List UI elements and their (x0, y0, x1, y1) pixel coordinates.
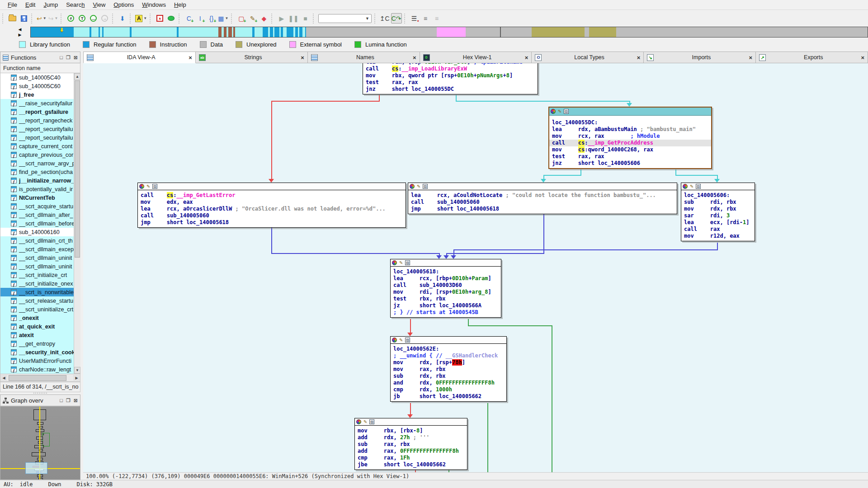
open-subview-icon[interactable]: ▨ (696, 184, 701, 189)
menu-file[interactable]: File (4, 0, 21, 9)
toolbar-group-handle[interactable] (130, 14, 132, 23)
function-list-item[interactable]: f__report_rangecheck (0, 116, 80, 125)
node-bottom[interactable]: ✎▨mov rbx, [rbx-8]add rdx, 27h ; '''sub … (354, 418, 467, 470)
tab-imports[interactable]: ↘Imports× (644, 52, 756, 63)
function-list-item[interactable]: f__scrt_dllmain_crt_th (0, 236, 80, 245)
function-list-item[interactable]: f__security_init_cook (0, 348, 80, 357)
tab-hex-view-1[interactable]: 0Hex View-1× (420, 52, 532, 63)
function-list-item[interactable]: f__report_gsfailure (0, 108, 80, 116)
function-name-column-header[interactable]: Function name (0, 63, 80, 73)
function-list-item[interactable]: f__scrt_dllmain_after_ (0, 211, 80, 219)
stop-icon[interactable]: ■ (300, 13, 311, 23)
lumina-icon[interactable] (166, 13, 176, 23)
graph-view[interactable]: ✎▨lea rdx, [rsp+0E10h+var_DC8] ; lpLibFi… (83, 63, 868, 472)
navband-left-arrow[interactable]: ◀ (16, 27, 24, 32)
color-wheel-icon[interactable] (356, 419, 361, 424)
function-list-item[interactable]: f__scrt_release_startu (0, 296, 80, 305)
function-list-item[interactable]: fat_quick_exit (0, 322, 80, 331)
trace-window-icon[interactable]: ☰• (409, 13, 420, 23)
function-list-item[interactable]: fatexit (0, 331, 80, 339)
color-wheel-icon[interactable] (392, 260, 397, 265)
function-list-item[interactable]: fj_free (0, 90, 80, 99)
edit-pencil-icon[interactable]: ✎ (399, 338, 403, 343)
toolbar-group-handle[interactable] (61, 14, 63, 23)
functions-vertical-scrollbar[interactable]: ▲ ▼ (74, 73, 80, 374)
functions-horizontal-scrollbar[interactable]: ◀ ▶ (0, 374, 80, 382)
menu-options[interactable]: Options (109, 0, 138, 9)
function-list-item[interactable]: fNtCurrentTeb (0, 193, 80, 202)
toolbar-group-handle[interactable] (112, 14, 115, 23)
function-list-item[interactable]: fsub_140005C40 (0, 73, 80, 82)
toolbar-group-handle[interactable] (2, 14, 5, 23)
function-list-item[interactable]: f__scrt_initialize_onex (0, 279, 80, 288)
jump-back-icon[interactable]: ↩▼ (36, 13, 47, 23)
scroll-down-icon[interactable]: ▼ (74, 367, 80, 374)
scroll-left-icon[interactable]: ◀ (0, 375, 7, 381)
tab-local-types[interactable]: OLocal Types× (532, 52, 644, 63)
graph-overview-titlebar[interactable]: Graph overv □ ❐ ⊠ (0, 394, 80, 406)
overview-float-button[interactable]: □ (60, 398, 63, 404)
function-list-item[interactable]: fcapture_previous_cor (0, 150, 80, 159)
function-list-item[interactable]: fis_potentially_valid_ir (0, 185, 80, 193)
tab-close-icon[interactable]: × (749, 54, 753, 61)
tab-close-icon[interactable]: × (189, 54, 192, 61)
pause-icon[interactable]: ❚❚ (288, 13, 299, 23)
open-subview-icon[interactable]: ▨ (564, 109, 569, 114)
menu-view[interactable]: View (89, 0, 109, 9)
function-list-item[interactable]: fUserMathErrorFuncti (0, 357, 80, 365)
jump-forward-icon[interactable]: ↪▼ (48, 13, 59, 23)
options-b-icon[interactable]: ≡ (432, 13, 442, 23)
open-subview-icon[interactable]: ▨ (369, 419, 374, 424)
function-list-item[interactable]: f__get_entropy (0, 339, 80, 348)
create-union-icon[interactable]: {}+ (206, 13, 217, 23)
function-list-item[interactable]: f_onexit (0, 314, 80, 322)
minimap-viewport[interactable] (25, 462, 47, 474)
function-list-item[interactable]: fcapture_current_cont (0, 142, 80, 150)
toolbar-group-handle[interactable] (404, 14, 407, 23)
toolbar-group-handle[interactable] (179, 14, 181, 23)
function-list-item[interactable]: f__report_securityfailu (0, 125, 80, 133)
debugger-combo[interactable]: ▼ (318, 13, 372, 23)
function-list-item[interactable]: fsub_140005C60 (0, 82, 80, 90)
open-struct-win-icon[interactable]: ▦▼ (217, 13, 229, 23)
scroll-right-icon[interactable]: ▶ (73, 375, 80, 381)
navband-right-arrow[interactable]: ▶ (16, 32, 24, 38)
function-list-item[interactable]: f__scrt_dllmain_uninit (0, 262, 80, 271)
open-subview-icon[interactable]: ▨ (152, 184, 157, 189)
step-into-icon[interactable]: ↥C (379, 13, 390, 23)
tab-strings[interactable]: abStrings× (196, 52, 308, 63)
edit-pencil-icon[interactable]: ✎ (399, 261, 403, 265)
color-wheel-icon[interactable] (683, 184, 688, 189)
toolbar-group-handle[interactable] (374, 14, 377, 23)
functions-float-button[interactable]: □ (60, 55, 63, 61)
step-over-icon[interactable]: C↷ (391, 13, 402, 23)
comment-icon[interactable]: … (88, 13, 99, 23)
functions-panel-titlebar[interactable]: Functions □ ❐ ⊠ (0, 52, 80, 63)
open-subview-icon[interactable]: ▨ (405, 260, 410, 265)
overview-popout-button[interactable]: ❐ (66, 398, 71, 404)
color-wheel-icon[interactable] (392, 338, 397, 343)
breakpoint-icon[interactable]: ◆ (259, 13, 269, 23)
color-wheel-icon[interactable] (551, 109, 556, 114)
add-breakpoint-icon[interactable]: ▢+ (236, 13, 246, 23)
tab-close-icon[interactable]: × (301, 54, 304, 61)
edit-pencil-icon[interactable]: ✎ (146, 184, 150, 189)
scrollbar-thumb[interactable] (75, 80, 80, 258)
scroll-up-icon[interactable]: ▲ (74, 73, 80, 80)
functions-popout-button[interactable]: ❐ (66, 55, 71, 61)
goto-address-icon[interactable]: → (99, 13, 110, 23)
function-list-item[interactable]: f__report_securityfailu (0, 133, 80, 142)
functions-close-button[interactable]: ⊠ (74, 55, 78, 61)
combo-shape[interactable]: ▼ (318, 14, 372, 23)
color-wheel-icon[interactable] (139, 184, 144, 189)
jump-down-icon[interactable]: ⬇ (117, 13, 127, 23)
demangle-icon[interactable]: ▲ (155, 13, 165, 23)
list-xrefs-icon[interactable]: # (66, 13, 76, 23)
function-list-item[interactable]: f__scrt_initialize_crt (0, 271, 80, 279)
menu-search[interactable]: Search (62, 0, 89, 9)
tab-close-icon[interactable]: × (861, 54, 864, 61)
function-list-item[interactable]: fcharNode::raw_lengt (0, 365, 80, 374)
save-icon[interactable] (19, 13, 29, 23)
tab-close-icon[interactable]: × (413, 54, 416, 61)
open-subview-icon[interactable]: ▨ (423, 184, 428, 189)
